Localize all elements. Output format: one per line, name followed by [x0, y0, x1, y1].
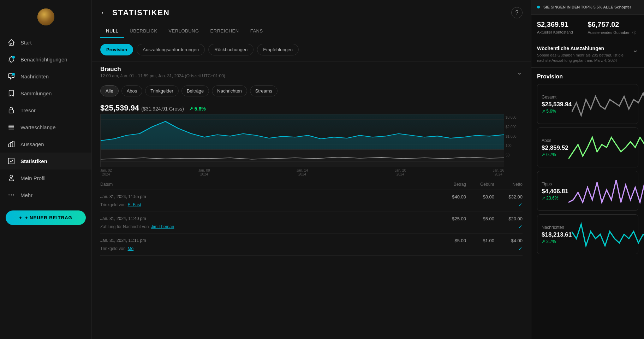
provision-title: Provision	[537, 73, 638, 80]
section-header: Brauch 12:00 am, Jan. 01 - 11:59 pm, Jan…	[92, 61, 531, 83]
table-row: Jan. 31, 2024, 11:40 pm $25.00 $5.00 $20…	[100, 212, 523, 234]
chart-x-label: Jan. 082024	[198, 168, 210, 176]
provision-item-tipps: Tipps $4,466.81 ↗ 23.6%	[537, 171, 638, 211]
td-net: $20.00	[494, 216, 523, 221]
y-label-1000: $1,000	[506, 135, 521, 138]
td-net: $32.00	[494, 194, 523, 200]
provision-pct-nachrichten: ↗ 2.7%	[542, 239, 572, 244]
section-collapse-button[interactable]: ⌄	[517, 68, 523, 76]
provision-items: Gesamt $25,539.94 ↗ 5.6% Abos $2,859.52 …	[537, 84, 638, 254]
sidebar-label-start: Start	[20, 40, 32, 46]
main-chart	[100, 114, 504, 149]
svg-point-4	[13, 195, 14, 196]
sidebar-icon-mehr	[7, 191, 16, 199]
provision-pct-gesamt: ↗ 5.6%	[542, 109, 572, 114]
td-link[interactable]: Jim Theman	[151, 224, 174, 229]
td-amount: $40.00	[431, 194, 466, 200]
stats-amount-value: $25,539.94	[100, 103, 139, 112]
provision-item-nachrichten: Nachrichten $18,213.61 ↗ 2.7%	[537, 214, 638, 254]
back-title: ← STATISTIKEN	[100, 8, 170, 17]
td-link[interactable]: E. Fast	[128, 202, 141, 207]
sidebar-label-benachrichtigungen: Benachrichtigungen	[20, 56, 67, 63]
td-link[interactable]: Mo	[128, 246, 134, 251]
provision-left-tipps: Tipps $4,466.81 ↗ 23.6%	[542, 182, 568, 201]
td-amount: $25.00	[431, 216, 466, 221]
new-post-button[interactable]: + + NEUER BEITRAG	[6, 210, 86, 225]
sidebar-item-benachrichtigungen[interactable]: Benachrichtigungen	[0, 51, 91, 68]
provision-value-nachrichten: $18,213.61	[542, 231, 572, 238]
rp-payout-section: Wöchentliche Auszahlungen Sobald das Gut…	[531, 41, 644, 68]
sidebar-label-warteschlange: Warteschlange	[20, 124, 56, 130]
help-button[interactable]: ?	[511, 7, 523, 18]
td-net: $4.00	[494, 238, 523, 243]
sidebar-item-nachrichten[interactable]: Nachrichten	[0, 68, 91, 85]
provision-item-abos: Abos $2,859.52 ↗ 0.7%	[537, 127, 638, 167]
provision-label-tipps: Tipps	[542, 182, 568, 186]
sidebar-label-aussagen: Aussagen	[20, 141, 44, 147]
rp-dot	[537, 6, 540, 8]
provision-sparkline-abos	[568, 132, 644, 163]
sub-tab-auszahlung[interactable]: Auszahlungsanforderungen	[137, 44, 205, 55]
filter-nachrichten[interactable]: Nachrichten	[212, 85, 247, 96]
sidebar-item-start[interactable]: Start	[0, 34, 91, 51]
provision-left-abos: Abos $2,859.52 ↗ 0.7%	[542, 138, 568, 157]
check-icon: ✓	[518, 202, 523, 208]
tab-ueberblick[interactable]: ÜBERBLICK	[124, 25, 163, 38]
rp-banner: SIE SINGEN IN DEN TOP% 5.5% ALLE Schöpfe…	[531, 0, 644, 15]
tab-fans[interactable]: FANS	[245, 25, 269, 38]
td-amount: $5.00	[431, 238, 466, 243]
sidebar-item-mein-profil[interactable]: Mein Profil	[0, 170, 91, 186]
provision-sparkline-gesamt	[572, 89, 644, 119]
provision-left-gesamt: Gesamt $25,539.94 ↗ 5.6%	[542, 95, 572, 114]
sub-tab-empfehlungen[interactable]: Empfehlungen	[257, 44, 299, 55]
provision-value-abos: $2,859.52	[542, 144, 568, 151]
avatar[interactable]	[37, 8, 54, 25]
sidebar-item-tresor[interactable]: Tresor	[0, 102, 91, 119]
sidebar-item-aussagen[interactable]: Aussagen	[0, 136, 91, 153]
provision-sparkline-tipps	[568, 176, 644, 206]
rp-pending-value: $6,757.02	[588, 20, 639, 29]
tab-null[interactable]: NULL	[100, 25, 124, 38]
sidebar-icon-benachrichtigungen	[7, 55, 16, 64]
rp-pending-label: Ausstehendes Guthaben ⓘ	[588, 30, 639, 35]
filter-abos[interactable]: Abos	[121, 85, 143, 96]
page-title: STATISTIKEN	[112, 8, 170, 17]
sub-tab-rueckbuchungen[interactable]: Rückbuchungen	[208, 44, 254, 55]
th-betrag: Betrag	[431, 182, 466, 187]
td-description: Zahlung für Nachricht von Jim Theman	[100, 224, 174, 230]
filter-beitraege[interactable]: Beiträge	[181, 85, 209, 96]
new-post-label: + NEUER BEITRAG	[25, 215, 72, 220]
sidebar-item-warteschlange[interactable]: Warteschlange	[0, 119, 91, 136]
table-data-row: Jan. 31, 2024, 11:55 pm $40.00 $8.00 $32…	[100, 193, 523, 201]
payout-collapse-button[interactable]: ⌄	[632, 46, 638, 54]
sidebar-item-sammlungen[interactable]: Sammlungen	[0, 85, 91, 102]
provision-label-nachrichten: Nachrichten	[542, 225, 572, 230]
sidebar-item-mehr[interactable]: Mehr	[0, 186, 91, 203]
chart-x-label: Jan. 022024	[100, 168, 112, 176]
sidebar-icon-tresor	[7, 106, 16, 114]
badge-dot-benachrichtigungen	[12, 56, 15, 59]
sidebar-icon-start	[7, 38, 16, 47]
y-label-100: 100	[506, 144, 521, 148]
stats-gross: ($31,924.91 Gross)	[141, 106, 184, 112]
tab-verlobung[interactable]: VERLOBUNG	[163, 25, 204, 38]
check-icon: ✓	[518, 224, 523, 230]
y-label-2000: $2,000	[506, 125, 521, 129]
filter-streams[interactable]: Streams	[250, 85, 278, 96]
back-button[interactable]: ←	[100, 8, 108, 17]
sidebar-item-statistiken[interactable]: Statistiken	[0, 153, 91, 170]
filter-alle[interactable]: Alle	[100, 85, 119, 96]
td-date: Jan. 31, 2024, 11:40 pm	[100, 216, 431, 221]
sidebar-icon-statistiken	[7, 157, 16, 165]
filter-trinkgelder[interactable]: Trinkgelder	[145, 85, 179, 96]
th-datum: Datum	[100, 182, 431, 187]
td-description: Trinkgeld von E. Fast	[100, 202, 141, 208]
badge-dot-nachrichten	[12, 73, 15, 76]
rp-banner-text: SIE SINGEN IN DEN TOP% 5.5% ALLE Schöpfe…	[543, 4, 631, 10]
tab-erreichen[interactable]: ERREICHEN	[205, 25, 245, 38]
data-table: Datum Betrag Gebühr Netto Jan. 31, 2024,…	[92, 179, 531, 256]
back-icon: ←	[100, 8, 108, 17]
sub-tab-provision[interactable]: Provision	[100, 44, 133, 55]
rp-current-value: $2,369.91	[537, 20, 588, 29]
section-subtitle: 12:00 am, Jan. 01 - 11:59 pm, Jan. 31, 2…	[100, 73, 225, 78]
